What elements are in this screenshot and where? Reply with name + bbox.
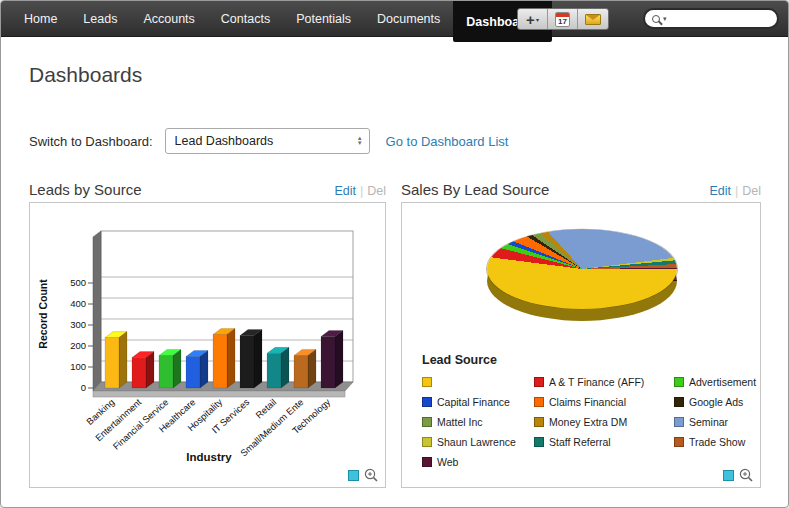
y-tick-label: 300: [70, 319, 86, 330]
legend-label: Shaun Lawrence: [437, 436, 516, 448]
legend-swatch: [534, 417, 544, 427]
search-box[interactable]: ▾: [643, 8, 779, 29]
legend-item: Money Extra DM: [534, 416, 674, 428]
legend-item: Web: [422, 456, 534, 468]
pie-widget-header: Sales By Lead Source Edit|Del: [401, 181, 761, 198]
mail-icon: [585, 14, 601, 25]
legend-swatch: [674, 437, 684, 447]
legend-swatch: [534, 397, 544, 407]
legend-item: Capital Finance: [422, 396, 534, 408]
x-axis-title: Industry: [186, 451, 232, 463]
legend-item: Shaun Lawrence: [422, 436, 534, 448]
page-title: Dashboards: [29, 63, 142, 87]
bar[interactable]: [294, 355, 308, 388]
legend-item: Claims Financial: [534, 396, 674, 408]
chart-left-wall: [93, 231, 101, 391]
bar-side[interactable]: [119, 332, 127, 388]
tab-leads[interactable]: Leads: [70, 1, 130, 37]
bar[interactable]: [132, 358, 146, 388]
bar[interactable]: [105, 338, 119, 388]
bar[interactable]: [159, 355, 173, 388]
bar-side[interactable]: [173, 349, 181, 388]
pie-chart[interactable]: [487, 229, 677, 324]
legend-item: Staff Referral: [534, 436, 674, 448]
bar[interactable]: [240, 336, 254, 389]
dashboard-select-value: Lead Dashboards: [175, 134, 357, 148]
bar-widget-title: Leads by Source: [29, 181, 334, 198]
legend-toggle-icon[interactable]: [348, 470, 359, 481]
y-tick-label: 0: [81, 382, 86, 393]
bar-side[interactable]: [200, 351, 208, 389]
separator: |: [735, 184, 738, 198]
dashboard-switcher: Switch to Dashboard: Lead Dashboards ▲▼ …: [29, 127, 508, 155]
y-tick-label: 200: [70, 340, 86, 351]
tab-potentials[interactable]: Potentials: [283, 1, 364, 37]
legend-item: [422, 376, 534, 388]
legend-label: Seminar: [689, 416, 728, 428]
legend-item: Google Ads: [674, 396, 756, 408]
crm-window: Home Leads Accounts Contacts Potentials …: [0, 0, 789, 508]
y-tick-label: 100: [70, 361, 86, 372]
bar-side[interactable]: [335, 331, 343, 388]
search-scope-caret-icon[interactable]: ▾: [663, 15, 667, 23]
legend-label: Advertisement: [689, 376, 756, 388]
legend-swatch: [534, 437, 544, 447]
calendar-button[interactable]: 17: [548, 9, 578, 29]
bar-chart-canvas: 0100200300400500BankingEntertainmentFina…: [31, 205, 384, 467]
legend-swatch: [674, 397, 684, 407]
edit-link[interactable]: Edit: [334, 184, 356, 198]
bar-chart[interactable]: 0100200300400500BankingEntertainmentFina…: [31, 205, 384, 467]
legend-label: Mattel Inc: [437, 416, 483, 428]
y-tick-label: 400: [70, 298, 86, 309]
pie-widget-actions: Edit|Del: [709, 184, 761, 198]
legend-swatch: [674, 377, 684, 387]
bar[interactable]: [321, 337, 335, 388]
legend-label: Claims Financial: [549, 396, 626, 408]
chevron-down-icon: ▾: [536, 16, 539, 23]
calendar-day-number: 17: [556, 17, 569, 26]
mail-button[interactable]: [578, 9, 608, 29]
tab-contacts[interactable]: Contacts: [208, 1, 283, 37]
tab-documents[interactable]: Documents: [364, 1, 453, 37]
delete-link[interactable]: Del: [742, 184, 761, 198]
legend-toggle-icon[interactable]: [723, 470, 734, 481]
pie-surface[interactable]: [487, 229, 677, 309]
legend-swatch: [422, 457, 432, 467]
bar[interactable]: [267, 353, 281, 388]
search-input[interactable]: [670, 13, 770, 25]
bar-side[interactable]: [227, 328, 235, 388]
separator: |: [360, 184, 363, 198]
legend-swatch: [534, 377, 544, 387]
pie-widget-footer: [723, 468, 753, 482]
bar-side[interactable]: [308, 349, 316, 388]
top-nav: Home Leads Accounts Contacts Potentials …: [1, 1, 788, 37]
bar-side[interactable]: [146, 352, 154, 388]
y-tick-label: 500: [70, 277, 86, 288]
edit-link[interactable]: Edit: [709, 184, 731, 198]
tab-home[interactable]: Home: [11, 1, 70, 37]
tab-accounts[interactable]: Accounts: [130, 1, 207, 37]
legend-item: Trade Show: [674, 436, 756, 448]
go-to-dashboard-list-link[interactable]: Go to Dashboard List: [386, 134, 509, 149]
bar-widget-footer: [348, 468, 378, 482]
bar-side[interactable]: [281, 347, 289, 388]
delete-link[interactable]: Del: [367, 184, 386, 198]
quick-action-bar: +▾ 17: [517, 8, 609, 30]
dashboard-select[interactable]: Lead Dashboards ▲▼: [165, 128, 370, 154]
legend-item: Mattel Inc: [422, 416, 534, 428]
switch-dashboard-label: Switch to Dashboard:: [29, 134, 153, 149]
legend-label: Trade Show: [689, 436, 745, 448]
chart-floor-edge: [93, 391, 345, 397]
search-icon: [652, 15, 660, 23]
legend-label: Capital Finance: [437, 396, 510, 408]
zoom-icon[interactable]: [739, 468, 753, 482]
legend-label: Web: [437, 456, 458, 468]
quick-create-button[interactable]: +▾: [518, 9, 548, 29]
bar[interactable]: [186, 357, 200, 389]
legend-item: A & T Finance (AFF): [534, 376, 674, 388]
zoom-icon[interactable]: [364, 468, 378, 482]
bar-side[interactable]: [254, 330, 262, 389]
legend-item: Seminar: [674, 416, 756, 428]
sales-by-lead-source-widget: Lead Source A & T Finance (AFF)Advertise…: [401, 202, 761, 488]
bar[interactable]: [213, 334, 227, 388]
